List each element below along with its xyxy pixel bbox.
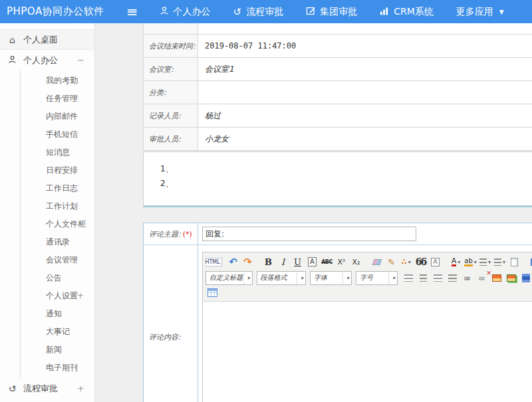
sidebar-item-label: 通讯录	[46, 237, 70, 247]
collapse-minus-icon[interactable]: −	[77, 55, 84, 65]
insert-image-icon[interactable]	[492, 274, 501, 282]
sidebar-item-announcements[interactable]: 公告	[21, 269, 94, 287]
unordered-list-icon[interactable]	[494, 258, 501, 266]
sidebar-item-label: 工作日志	[46, 183, 78, 193]
sidebar-item-attendance[interactable]: 我的考勤	[21, 72, 94, 90]
meeting-content-box: 1、 2、	[143, 151, 532, 207]
strikethrough-button[interactable]: ABC	[320, 255, 334, 268]
upload-image-icon[interactable]	[507, 274, 516, 282]
sidebar-item-label: 任务管理	[46, 94, 78, 103]
sidebar-item-e-journal[interactable]: 电子期刊	[21, 359, 94, 377]
underline-button[interactable]: U	[291, 255, 305, 268]
sidebar-item-schedule[interactable]: 日程安排	[21, 161, 94, 179]
nav-group-approval[interactable]: 集团审批	[306, 6, 357, 18]
sidebar-item-contacts[interactable]: 通讯录	[21, 233, 94, 251]
nav-workflow-approval[interactable]: ↺ 流程审批	[233, 6, 284, 18]
chevron-down-icon: ▾	[297, 272, 303, 284]
align-center-icon[interactable]	[420, 274, 427, 282]
content-line: 1、	[160, 161, 532, 176]
remove-format-eraser-icon[interactable]	[372, 259, 382, 265]
paste-plain-text-icon[interactable]: A	[431, 258, 440, 266]
insert-link-icon[interactable]: ∞	[460, 271, 474, 284]
remove-link-icon[interactable]: ∞✕	[475, 271, 489, 284]
bold-button[interactable]: B	[261, 255, 275, 268]
required-mark: (*)	[183, 230, 192, 239]
dropdown-label: 段落格式	[261, 273, 287, 282]
unlink-mark: ✕	[486, 270, 491, 276]
nav-crm-system[interactable]: CRM系统	[380, 6, 434, 18]
sidebar-item-meetings[interactable]: 会议管理	[21, 251, 94, 269]
blockquote-button[interactable]: 66	[414, 255, 428, 268]
html-source-button[interactable]: HTML	[205, 258, 222, 266]
nav-label: 更多应用	[456, 6, 493, 18]
chevron-down-icon[interactable]: ▾	[458, 259, 460, 265]
chevron-down-icon[interactable]: ▾	[503, 259, 505, 265]
caret-down-icon: ▼	[499, 9, 504, 15]
nav-label: 个人办公	[174, 6, 211, 18]
font-family-dropdown[interactable]: 字体▾	[310, 271, 352, 285]
sidebar-item-label: 手机短信	[46, 130, 78, 139]
heading-style-dropdown[interactable]: 自定义标题▾	[205, 271, 253, 285]
editor-content-area[interactable]	[203, 302, 532, 402]
sidebar-item-events[interactable]: 大事记	[21, 323, 94, 341]
highlight-color-icon[interactable]: ab	[464, 257, 472, 266]
sidebar-item-short-message[interactable]: 短消息	[21, 144, 94, 161]
new-page-icon[interactable]	[511, 258, 518, 266]
sidebar-item-tasks[interactable]: 任务管理	[21, 90, 94, 108]
toolbar-row-1: HTML ↶ ↷ B I U A ABC X² X₂	[205, 254, 532, 270]
align-justify-icon[interactable]	[448, 274, 457, 282]
comment-subject-label: 评论主题:	[149, 229, 181, 239]
align-left-icon[interactable]	[404, 274, 413, 282]
redo-icon[interactable]: ↷	[241, 255, 255, 268]
meeting-room-value: 会议室1	[198, 58, 532, 80]
sidebar-item-news[interactable]: 新闻	[21, 341, 94, 359]
sidebar-item-personal-settings[interactable]: 个人设置+	[21, 287, 94, 305]
chevron-down-icon[interactable]: ▾	[408, 259, 411, 265]
chevron-down-icon[interactable]: ▾	[474, 259, 477, 265]
ordered-list-icon[interactable]	[479, 258, 487, 266]
sidebar-item-sms[interactable]: 手机短信	[21, 126, 94, 144]
format-brush-icon[interactable]: ✎	[384, 255, 398, 268]
align-right-icon[interactable]	[434, 274, 442, 282]
sidebar-item-workflow-approval[interactable]: ↺ 流程审批 +	[0, 378, 94, 399]
font-size-dropdown[interactable]: 字号▾	[356, 271, 398, 285]
sidebar-item-notifications[interactable]: 通知	[21, 305, 94, 323]
nav-more-apps[interactable]: 更多应用 ▼	[456, 6, 504, 18]
expand-plus-icon[interactable]: +	[77, 383, 84, 393]
recorder-value: 杨过	[198, 104, 532, 127]
sidebar-item-file-cabinet[interactable]: 个人文件柜	[21, 215, 94, 233]
paragraph-format-dropdown[interactable]: 段落格式▾	[257, 271, 306, 285]
content-line: 2、	[160, 176, 532, 191]
sidebar-item-work-plan[interactable]: 工作计划	[21, 197, 94, 215]
sidebar-item-internal-mail[interactable]: 内部邮件	[21, 108, 94, 126]
sidebar-item-label: 新闻	[46, 345, 62, 354]
undo-icon[interactable]: ↶	[226, 255, 240, 268]
chevron-down-icon[interactable]: ▾	[488, 259, 491, 265]
hamburger-menu-icon[interactable]: ≡	[126, 5, 138, 19]
table-row	[144, 23, 532, 35]
font-color-icon[interactable]: A	[452, 257, 457, 266]
sidebar-item-personal-office[interactable]: 个人办公 −	[0, 50, 94, 70]
sidebar-item-label: 我的考勤	[46, 76, 78, 85]
editor-toolbar: HTML ↶ ↷ B I U A ABC X² X₂	[203, 252, 532, 302]
comment-subject-input[interactable]	[202, 227, 416, 241]
color-palette-icon[interactable]: ∴	[401, 257, 406, 266]
expand-plus-icon[interactable]: +	[77, 287, 84, 305]
person-icon	[160, 6, 169, 18]
italic-button[interactable]: I	[276, 255, 290, 268]
main-content: 会议结束时间: 2019-08-07 11:47:00 会议室: 会议室1 分类…	[96, 23, 532, 402]
nav-label: CRM系统	[394, 6, 434, 18]
chevron-down-icon: ▾	[388, 272, 395, 284]
sidebar-item-work-log[interactable]: 工作日志	[21, 179, 94, 197]
sidebar-item-label: 日程安排	[46, 165, 78, 175]
subscript-button[interactable]: X₂	[349, 255, 363, 268]
insert-media-icon[interactable]	[522, 274, 530, 282]
font-style-icon[interactable]: A	[308, 257, 317, 266]
sidebar-item-label: 个人办公	[23, 54, 58, 66]
sidebar-item-label: 个人桌面	[23, 34, 58, 46]
bar-chart-icon	[380, 6, 389, 18]
superscript-button[interactable]: X²	[334, 255, 348, 268]
sidebar-item-desktop[interactable]: ⌂ 个人桌面	[0, 29, 94, 50]
insert-table-icon[interactable]	[207, 288, 217, 297]
nav-personal-office[interactable]: 个人办公	[160, 6, 211, 18]
